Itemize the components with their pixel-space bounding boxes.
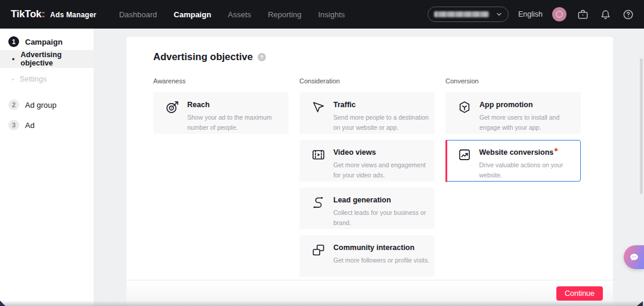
step-number-3: 3: [8, 120, 19, 130]
objective-columns: Awareness Reach Show your ad to the maxi…: [153, 77, 613, 283]
app-promotion-icon: [457, 100, 472, 114]
objective-title: Reach: [187, 101, 210, 109]
nav-item-campaign[interactable]: Campaign: [165, 10, 219, 19]
account-selector-dropdown[interactable]: [428, 7, 509, 22]
title-help-icon[interactable]: ?: [258, 53, 266, 61]
sidebar-step-campaign[interactable]: 1 Campaign: [0, 33, 94, 50]
video-views-icon: [311, 148, 326, 162]
column-header: Conversion: [445, 77, 581, 85]
objective-title: Traffic: [333, 101, 356, 109]
notification-dot: [555, 148, 558, 151]
step-label-ad-group: Ad group: [25, 101, 57, 110]
objective-description: Show your ad to the maximum number of pe…: [187, 113, 284, 133]
community-interaction-icon: [311, 243, 326, 257]
step-label-ad: Ad: [25, 121, 35, 130]
column-header: Consideration: [299, 77, 435, 85]
continue-button[interactable]: Continue: [556, 286, 603, 301]
sub-item-label: Advertising objective: [21, 51, 94, 67]
tiktok-ads-manager-logo[interactable]: TikTok: Ads Manager: [11, 8, 97, 20]
reach-icon: [165, 100, 179, 114]
page-title-row: Advertising objective ?: [153, 51, 613, 63]
help-icon[interactable]: [621, 8, 634, 21]
objective-title: Video views: [333, 148, 376, 157]
objective-title: Community interaction: [333, 243, 414, 252]
nav-item-reporting[interactable]: Reporting: [259, 10, 309, 19]
objective-title: Website conversions: [479, 148, 554, 157]
sidebar-item-settings[interactable]: Settings: [0, 70, 94, 88]
tiktok-logo-colon: :: [42, 8, 45, 20]
column-header: Awareness: [153, 77, 289, 85]
briefcase-icon[interactable]: [576, 8, 589, 21]
bell-icon[interactable]: [599, 8, 612, 21]
nav-item-dashboard[interactable]: Dashboard: [111, 10, 166, 19]
sub-item-label: Settings: [20, 75, 47, 83]
nav-item-insights[interactable]: Insights: [310, 10, 354, 19]
account-name-redacted: [434, 11, 489, 17]
sidebar-step-ad-group[interactable]: 2 Ad group: [0, 96, 94, 113]
objective-card-website-conversions[interactable]: Website conversions Drive valuable actio…: [445, 140, 581, 182]
sidebar-step-ad[interactable]: 3 Ad: [0, 117, 94, 133]
language-selector[interactable]: English: [518, 10, 543, 18]
column-conversion: Conversion App promotion Get more users …: [445, 77, 581, 283]
background-corner-shape-right: [637, 301, 643, 306]
avatar[interactable]: [552, 7, 566, 21]
campaign-steps-sidebar: 1 Campaign • Advertising objective Setti…: [0, 29, 94, 306]
chat-bubble-icon: [628, 252, 640, 263]
product-name: Ads Manager: [50, 11, 97, 19]
objective-description: Drive valuable actions on your website.: [479, 160, 577, 180]
objective-title: Lead generation: [333, 196, 391, 204]
objective-title: App promotion: [479, 101, 533, 109]
website-conversions-icon: [457, 148, 472, 162]
objective-card-app-promotion[interactable]: App promotion Get more users to install …: [445, 92, 581, 134]
objective-description: Get more users to install and engage wit…: [479, 113, 576, 133]
wizard-footer: Continue: [126, 280, 613, 306]
tiktok-logo-text: TikTok: [11, 8, 41, 20]
vertical-scrollbar[interactable]: [640, 58, 643, 194]
objective-description: Get more followers or profile visits.: [333, 255, 430, 266]
page-title: Advertising objective: [153, 51, 253, 63]
step-number-1: 1: [8, 36, 19, 47]
inactive-bullet: [12, 79, 14, 80]
advertising-objective-panel: Advertising objective ? Awareness Reach: [126, 37, 613, 280]
objective-description: Get more views and engagement for your v…: [333, 160, 430, 180]
traffic-icon: [311, 100, 326, 114]
primary-nav: Dashboard Campaign Assets Reporting Insi…: [111, 0, 354, 29]
navbar-right-cluster: English: [428, 7, 634, 22]
objective-description: Collect leads for your business or brand…: [333, 208, 430, 228]
column-consideration: Consideration Traffic Send more people t…: [299, 77, 435, 283]
chevron-down-icon: [496, 11, 502, 17]
step-number-2: 2: [8, 99, 19, 110]
objective-card-traffic[interactable]: Traffic Send more people to a destinatio…: [299, 92, 435, 134]
chat-support-button[interactable]: [624, 245, 644, 269]
column-awareness: Awareness Reach Show your ad to the maxi…: [153, 77, 289, 283]
objective-card-community-interaction[interactable]: Community interaction Get more followers…: [299, 235, 435, 277]
active-bullet: •: [12, 55, 15, 63]
objective-card-video-views[interactable]: Video views Get more views and engagemen…: [299, 140, 435, 182]
lead-generation-icon: [311, 195, 326, 210]
sidebar-item-advertising-objective[interactable]: • Advertising objective: [0, 50, 94, 68]
top-navbar: TikTok: Ads Manager Dashboard Campaign A…: [0, 0, 644, 29]
nav-item-assets[interactable]: Assets: [219, 10, 259, 19]
objective-card-lead-generation[interactable]: Lead generation Collect leads for your b…: [299, 188, 435, 229]
objective-card-reach[interactable]: Reach Show your ad to the maximum number…: [153, 92, 289, 134]
objective-description: Send more people to a destination on you…: [333, 113, 430, 133]
background-corner-shape-left: [0, 301, 5, 306]
step-label-campaign: Campaign: [25, 38, 63, 46]
